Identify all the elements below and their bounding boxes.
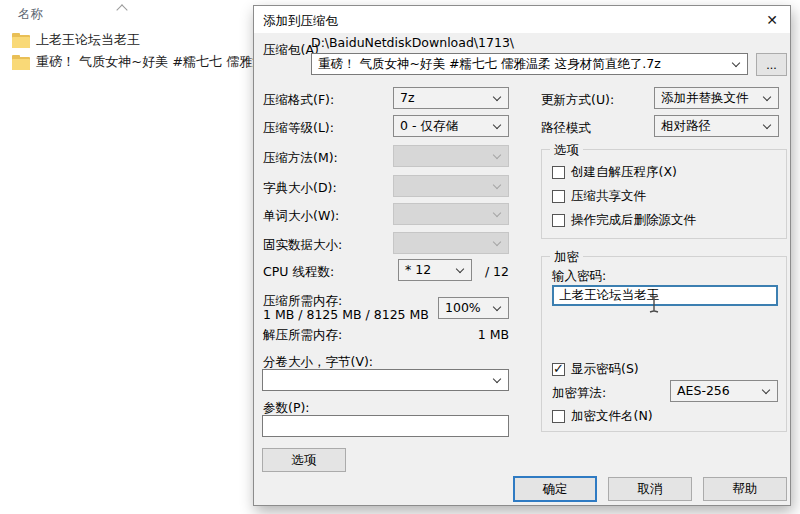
solid-block-label: 固实数据大小: <box>263 237 342 254</box>
update-mode-label: 更新方式(U): <box>541 92 614 109</box>
show-password-checkbox[interactable]: 显示密码(S) <box>552 361 639 378</box>
archive-name-value: 重磅！ 气质女神~好美 #糯七七 儒雅温柔 这身材简直绝了.7z <box>318 56 661 71</box>
chevron-down-icon[interactable] <box>732 59 740 67</box>
chevron-down-icon <box>493 151 501 159</box>
folder-name: 上老王论坛当老王 <box>36 31 140 49</box>
checkbox-checked-icon[interactable] <box>552 363 565 376</box>
delete-after-label: 操作完成后删除源文件 <box>571 212 696 229</box>
memory-decompress-value: 1 MB <box>454 327 509 342</box>
close-icon[interactable]: ✕ <box>760 9 784 30</box>
level-label: 压缩等级(L): <box>263 120 334 137</box>
ok-button[interactable]: 确定 <box>513 476 597 502</box>
checkbox-icon[interactable] <box>552 190 565 203</box>
chevron-down-icon <box>493 209 501 217</box>
dialog-title: 添加到压缩包 <box>263 13 338 30</box>
checkbox-icon[interactable] <box>552 410 565 423</box>
chevron-down-icon <box>493 93 501 101</box>
algorithm-value: AES-256 <box>677 383 730 398</box>
path-mode-dropdown[interactable]: 相对路径 <box>654 115 779 137</box>
add-to-archive-dialog: 添加到压缩包 ✕ 压缩包(A) D:\BaiduNetdiskDownload\… <box>253 5 791 506</box>
encryption-group: 加密 输入密码: 显示密码(S) 加密算法: AES-256 加密文件名(N) <box>541 256 787 432</box>
chevron-down-icon <box>493 238 501 246</box>
memory-decompress-label: 解压所需内存: <box>263 327 342 344</box>
options-group-title: 选项 <box>550 142 583 159</box>
browse-button[interactable]: ... <box>756 53 787 76</box>
cpu-threads-dropdown[interactable]: * 12 <box>398 259 472 281</box>
show-password-label: 显示密码(S) <box>571 361 639 378</box>
algorithm-label: 加密算法: <box>552 385 606 402</box>
create-sfx-checkbox[interactable]: 创建自解压程序(X) <box>552 164 677 181</box>
chevron-down-icon <box>456 265 464 273</box>
checkbox-icon[interactable] <box>552 166 565 179</box>
dictionary-label: 字典大小(D): <box>263 180 337 197</box>
encrypt-names-label: 加密文件名(N) <box>571 408 653 425</box>
chevron-down-icon <box>763 121 771 129</box>
cpu-threads-max: / 12 <box>474 264 509 279</box>
help-button[interactable]: 帮助 <box>703 477 787 501</box>
cancel-button[interactable]: 取消 <box>608 477 692 501</box>
method-label: 压缩方法(M): <box>263 150 338 167</box>
memory-compress-detail: 1 MB / 8125 MB / 8125 MB <box>263 307 429 322</box>
format-label: 压缩格式(F): <box>263 92 334 109</box>
path-mode-label: 路径模式 <box>541 120 591 137</box>
format-dropdown[interactable]: 7z <box>393 87 509 109</box>
shared-files-checkbox[interactable]: 压缩共享文件 <box>552 188 646 205</box>
archive-dir-path: D:\BaiduNetdiskDownload\1713\ <box>311 35 514 50</box>
chevron-down-icon <box>762 386 770 394</box>
list-item[interactable]: 重磅！ 气质女神~好美 #糯七七 儒雅温柔... <box>12 52 291 72</box>
format-value: 7z <box>400 90 415 105</box>
solid-block-dropdown <box>393 232 509 254</box>
method-dropdown <box>393 145 509 167</box>
create-sfx-label: 创建自解压程序(X) <box>571 164 677 181</box>
encryption-group-title: 加密 <box>550 249 583 266</box>
word-size-label: 单词大小(W): <box>263 208 339 225</box>
memory-percent-value: 100% <box>445 300 481 315</box>
password-label: 输入密码: <box>552 268 606 285</box>
folder-icon <box>12 33 30 48</box>
path-mode-value: 相对路径 <box>661 118 711 133</box>
update-mode-dropdown[interactable]: 添加并替换文件 <box>654 87 779 109</box>
password-input[interactable] <box>552 285 778 306</box>
sort-ascending-icon[interactable] <box>116 4 127 15</box>
chevron-down-icon[interactable] <box>493 375 501 383</box>
options-group: 选项 创建自解压程序(X) 压缩共享文件 操作完成后删除源文件 <box>541 149 787 239</box>
update-mode-value: 添加并替换文件 <box>661 90 749 105</box>
word-size-dropdown <box>393 203 509 225</box>
delete-after-checkbox[interactable]: 操作完成后删除源文件 <box>552 212 696 229</box>
encrypt-names-checkbox[interactable]: 加密文件名(N) <box>552 408 653 425</box>
shared-files-label: 压缩共享文件 <box>571 188 646 205</box>
dialog-titlebar[interactable]: 添加到压缩包 ✕ <box>254 6 790 33</box>
dictionary-dropdown <box>393 175 509 197</box>
list-item[interactable]: 上老王论坛当老王 <box>12 30 140 50</box>
cpu-threads-label: CPU 线程数: <box>263 264 334 281</box>
level-value: 0 - 仅存储 <box>400 118 458 133</box>
memory-percent-dropdown[interactable]: 100% <box>438 297 509 319</box>
archive-name-combobox[interactable]: 重磅！ 气质女神~好美 #糯七七 儒雅温柔 这身材简直绝了.7z <box>311 53 748 75</box>
chevron-down-icon <box>493 303 501 311</box>
parameters-input[interactable] <box>262 415 509 437</box>
checkbox-icon[interactable] <box>552 214 565 227</box>
chevron-down-icon <box>493 121 501 129</box>
options-button[interactable]: 选项 <box>262 448 346 472</box>
cpu-threads-value: * 12 <box>405 262 431 277</box>
level-dropdown[interactable]: 0 - 仅存储 <box>393 115 509 137</box>
chevron-down-icon <box>763 93 771 101</box>
volume-size-combobox[interactable] <box>262 369 509 391</box>
column-header-name[interactable]: 名称 <box>18 6 43 23</box>
algorithm-dropdown[interactable]: AES-256 <box>670 380 778 402</box>
folder-icon <box>12 55 30 70</box>
chevron-down-icon <box>493 181 501 189</box>
